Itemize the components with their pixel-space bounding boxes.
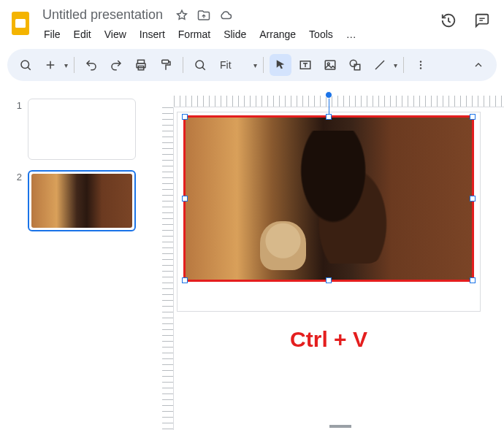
toolbar: ▾ Fit ▾ ▾ [7, 49, 497, 81]
thumbnail-slide-2[interactable] [28, 170, 136, 231]
menu-bar: File Edit View Insert Format Slide Arran… [35, 24, 362, 47]
svg-rect-1 [15, 19, 26, 28]
menu-more[interactable]: … [340, 26, 362, 43]
print-button[interactable] [130, 54, 152, 76]
resize-handle-tr[interactable] [470, 114, 476, 120]
zoom-dropdown-icon[interactable]: ▾ [253, 61, 257, 69]
resize-handle-ml[interactable] [182, 196, 188, 201]
menu-format[interactable]: Format [172, 26, 216, 43]
line-button[interactable] [369, 54, 391, 76]
new-slide-button[interactable] [39, 54, 61, 76]
image-button[interactable] [319, 54, 341, 76]
zoom-dropdown[interactable]: Fit [214, 54, 237, 76]
doc-title[interactable]: Untitled presentation [38, 6, 167, 24]
svg-point-13 [419, 61, 421, 62]
svg-rect-9 [325, 61, 335, 69]
menu-insert[interactable]: Insert [134, 26, 171, 43]
history-icon[interactable] [438, 10, 459, 31]
vertical-ruler[interactable] [162, 107, 174, 430]
zoom-button[interactable] [189, 54, 211, 76]
more-tools-button[interactable] [410, 54, 432, 76]
select-tool-button[interactable] [270, 54, 291, 76]
comments-icon[interactable] [472, 10, 492, 31]
resize-handle-br[interactable] [470, 277, 476, 283]
slide-canvas[interactable]: Ctrl + V [177, 112, 481, 312]
star-icon[interactable] [175, 8, 189, 23]
svg-point-2 [21, 61, 29, 69]
svg-rect-12 [354, 64, 360, 70]
slides-logo[interactable] [6, 9, 35, 38]
resize-handle-bl[interactable] [182, 277, 188, 283]
resize-handle-tl[interactable] [182, 114, 188, 120]
thumbnail-number: 2 [10, 170, 22, 183]
svg-point-11 [350, 60, 356, 66]
zoom-label: Fit [220, 59, 232, 71]
svg-point-7 [196, 61, 204, 69]
menu-arrange[interactable]: Arrange [253, 26, 302, 43]
search-button[interactable] [15, 54, 37, 76]
line-dropdown-icon[interactable]: ▾ [394, 61, 397, 69]
canvas-area: Ctrl + V [146, 88, 504, 430]
horizontal-ruler[interactable] [174, 96, 504, 107]
resize-handle-bm[interactable] [326, 277, 332, 283]
textbox-button[interactable] [294, 54, 316, 76]
menu-tools[interactable]: Tools [303, 26, 339, 43]
thumbnail-image [31, 174, 132, 228]
resize-handle-tm[interactable] [326, 114, 332, 120]
undo-button[interactable] [80, 54, 102, 76]
redo-button[interactable] [105, 54, 127, 76]
rotation-handle[interactable] [325, 91, 332, 99]
shape-button[interactable] [344, 54, 366, 76]
rotation-stem [329, 97, 329, 115]
pasted-image-content [186, 118, 472, 280]
svg-rect-6 [162, 60, 169, 64]
move-icon[interactable] [196, 8, 211, 23]
paint-format-button[interactable] [155, 54, 177, 76]
menu-edit[interactable]: Edit [68, 26, 97, 43]
cloud-status-icon[interactable] [218, 8, 233, 23]
new-slide-dropdown-icon[interactable]: ▾ [64, 61, 68, 69]
thumbnail-panel: 1 2 [0, 88, 146, 430]
svg-point-15 [419, 67, 421, 69]
thumbnail-slide-1[interactable] [28, 99, 136, 160]
svg-point-14 [419, 64, 421, 66]
menu-slide[interactable]: Slide [218, 26, 252, 43]
resize-handle-mr[interactable] [470, 196, 476, 201]
speaker-notes-grip[interactable] [329, 425, 351, 428]
selected-image[interactable] [183, 115, 474, 282]
menu-file[interactable]: File [38, 26, 66, 43]
collapse-toolbar-button[interactable] [467, 54, 489, 76]
shortcut-annotation: Ctrl + V [290, 327, 367, 352]
thumbnail-number: 1 [10, 99, 22, 111]
menu-view[interactable]: View [99, 26, 132, 43]
